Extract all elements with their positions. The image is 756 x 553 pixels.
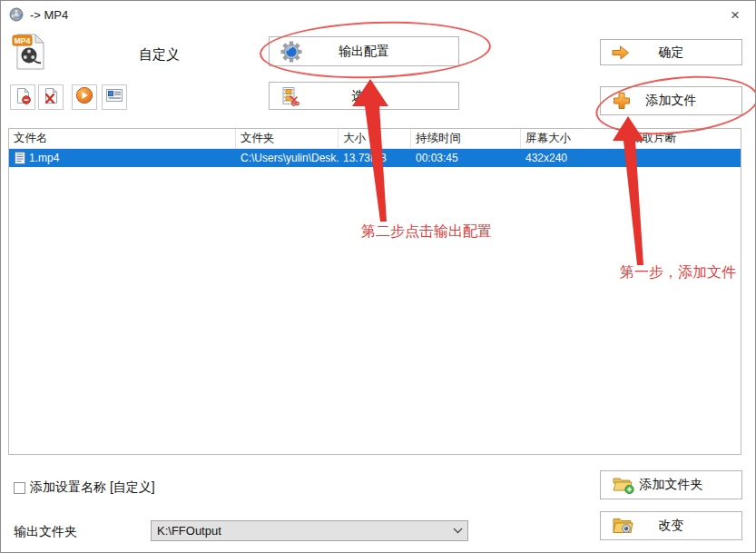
change-folder-button[interactable]: 改变 xyxy=(600,511,742,540)
col-header-screensize[interactable]: 屏幕大小 xyxy=(521,129,626,148)
cell-screensize: 432x240 xyxy=(521,149,626,167)
folder-change-icon xyxy=(612,516,635,536)
output-folder-combobox[interactable]: K:\FFOutput xyxy=(151,520,468,541)
output-folder-label: 输出文件夹 xyxy=(14,524,77,540)
chevron-down-icon xyxy=(447,528,467,534)
col-header-size[interactable]: 大小 xyxy=(339,129,411,148)
filmstrip-scissors-icon xyxy=(280,86,300,106)
table-row[interactable]: 1.mp4 C:\Users\yulin\Desk... 13.73MB 00:… xyxy=(9,149,741,167)
remove-file-button[interactable] xyxy=(10,84,35,110)
close-button[interactable]: × xyxy=(722,5,748,26)
cell-size: 13.73MB xyxy=(339,149,411,167)
play-button[interactable] xyxy=(72,84,97,110)
options-button[interactable]: 选项 xyxy=(269,82,459,110)
cell-filename: 1.mp4 xyxy=(9,149,236,167)
confirm-button[interactable]: 确定 xyxy=(600,39,742,65)
play-icon xyxy=(75,86,93,108)
col-header-folder[interactable]: 文件夹 xyxy=(236,129,339,148)
append-name-label: 添加设置名称 [自定义] xyxy=(30,479,155,496)
preset-name-label: 自定义 xyxy=(139,46,180,64)
col-header-filename[interactable]: 文件名 xyxy=(9,129,236,148)
svg-text:MP4: MP4 xyxy=(15,36,31,45)
properties-button[interactable] xyxy=(102,84,127,110)
cell-folder: C:\Users\yulin\Desk... xyxy=(236,149,339,167)
cell-duration: 00:03:45 xyxy=(411,149,521,167)
remove-file-icon xyxy=(15,87,32,108)
append-name-checkbox[interactable] xyxy=(14,482,25,494)
video-file-icon xyxy=(15,152,25,164)
app-window: -> MP4 × MP4 自定义 xyxy=(0,0,756,553)
clear-list-icon xyxy=(43,87,60,108)
folder-plus-icon xyxy=(612,475,635,495)
app-icon xyxy=(9,7,24,25)
properties-icon xyxy=(105,87,123,107)
orange-arrow-icon xyxy=(612,44,630,61)
output-folder-value: K:\FFOutput xyxy=(152,524,447,538)
clear-list-button[interactable] xyxy=(38,84,64,110)
file-list: 文件名 文件夹 大小 持续时间 屏幕大小 截取片断 1.mp4 C:\Users… xyxy=(8,128,741,455)
col-header-duration[interactable]: 持续时间 xyxy=(411,129,521,148)
add-folder-button[interactable]: 添加文件夹 xyxy=(600,470,742,499)
mp4-file-type-icon: MP4 xyxy=(12,31,46,75)
cell-clip xyxy=(626,149,741,167)
step2-annotation-text: 第二步点击输出配置 xyxy=(361,222,492,242)
append-name-option: 添加设置名称 [自定义] xyxy=(14,479,155,496)
step1-annotation-text: 第一步，添加文件 xyxy=(620,263,736,282)
window-title: -> MP4 xyxy=(30,8,68,22)
